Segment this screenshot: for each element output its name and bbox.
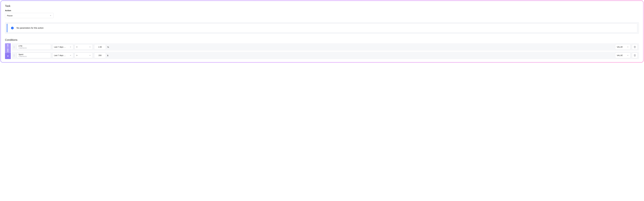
- delete-condition-button[interactable]: [632, 44, 638, 50]
- conditions-rows: CTR CAMPAIGN Last 7 days … <: [12, 43, 639, 59]
- and-or-toggle[interactable]: AND / OR: [5, 43, 11, 53]
- operator-value: <: [76, 46, 78, 48]
- chevron-down-icon: [89, 46, 91, 48]
- conditions-section-title: Conditions: [5, 38, 639, 42]
- info-card: i No parameters for this action: [7, 24, 637, 32]
- date-range-value: Last 7 days …: [54, 54, 66, 56]
- value-input[interactable]: [94, 44, 106, 50]
- condition-row: Spent CAMPAIGN Last 7 days … >: [12, 52, 639, 59]
- operator-value: >: [76, 54, 78, 56]
- metric-name: Spent: [18, 54, 49, 56]
- value-type-select[interactable]: VALUE: [615, 53, 630, 58]
- conditions-sidebar: AND / OR +: [5, 43, 11, 59]
- operator-select[interactable]: >: [74, 53, 93, 58]
- operator-select[interactable]: <: [74, 44, 93, 50]
- value-input[interactable]: [94, 53, 106, 58]
- chevron-down-icon: [70, 54, 72, 56]
- delete-condition-button[interactable]: [632, 53, 638, 58]
- app-frame: Task Action Pause i No parameters for th…: [0, 1, 644, 63]
- info-panel: i No parameters for this action: [5, 22, 639, 34]
- condition-row: CTR CAMPAIGN Last 7 days … <: [12, 43, 639, 51]
- action-label: Action: [5, 9, 639, 12]
- drag-handle-icon[interactable]: [12, 55, 16, 56]
- action-select-value: Pause: [7, 15, 12, 17]
- unit-label: $: [107, 54, 110, 57]
- info-message: No parameters for this action: [16, 27, 44, 29]
- value-type-value: VALUE: [617, 46, 623, 48]
- add-condition-button[interactable]: +: [5, 53, 11, 59]
- info-icon: i: [11, 27, 14, 29]
- value-type-value: VALUE: [617, 54, 623, 56]
- chevron-down-icon: [50, 15, 52, 17]
- task-section-title: Task: [5, 5, 639, 8]
- chevron-down-icon: [70, 46, 72, 48]
- action-select[interactable]: Pause: [5, 13, 54, 18]
- app-content: Task Action Pause i No parameters for th…: [1, 1, 643, 62]
- trash-icon: [634, 46, 636, 48]
- chevron-down-icon: [89, 54, 91, 56]
- conditions-container: AND / OR + CTR CAMPAIGN Last: [5, 43, 639, 59]
- date-range-select[interactable]: Last 7 days …: [52, 44, 73, 50]
- date-range-value: Last 7 days …: [54, 46, 66, 48]
- chevron-down-icon: [627, 54, 629, 56]
- drag-handle-icon[interactable]: [12, 46, 16, 48]
- metric-name: CTR: [18, 45, 49, 47]
- metric-scope: CAMPAIGN: [18, 47, 49, 49]
- metric-select[interactable]: CTR CAMPAIGN: [17, 44, 51, 50]
- trash-icon: [634, 54, 636, 57]
- metric-scope: CAMPAIGN: [18, 56, 49, 57]
- metric-select[interactable]: Spent CAMPAIGN: [17, 53, 51, 58]
- value-type-select[interactable]: VALUE: [615, 44, 630, 50]
- date-range-select[interactable]: Last 7 days …: [52, 53, 73, 58]
- unit-label: %: [107, 46, 110, 48]
- chevron-down-icon: [627, 46, 629, 48]
